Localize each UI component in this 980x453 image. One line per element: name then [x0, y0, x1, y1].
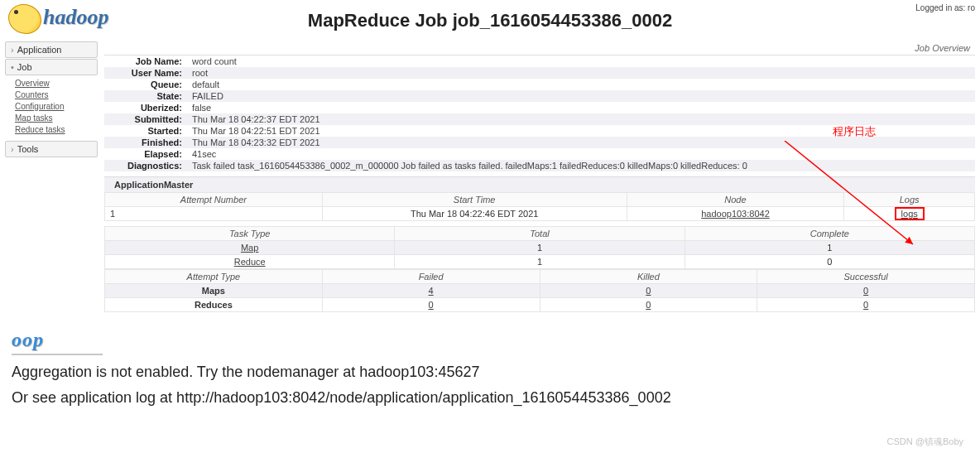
kv-val: Thu Mar 18 04:22:51 EDT 2021 — [187, 125, 975, 137]
sidebar-link-counters[interactable]: Counters — [15, 89, 98, 101]
att-row-reduces: Reduces 0 0 0 — [105, 298, 975, 312]
task-row-map: Map 1 1 — [105, 241, 975, 255]
task-map-link[interactable]: Map — [241, 243, 258, 253]
task-reduce-total: 1 — [395, 255, 685, 269]
kv-key: Started: — [104, 125, 187, 137]
kv-key: Job Name: — [104, 55, 187, 67]
am-start: Thu Mar 18 04:22:46 EDT 2021 — [322, 207, 627, 221]
att-h-type: Attempt Type — [105, 270, 323, 284]
sidebar-label: Job — [17, 62, 32, 72]
sidebar-link-configuration[interactable]: Configuration — [15, 101, 98, 113]
kv-key: Diagnostics: — [104, 160, 187, 171]
sidebar-link-overview[interactable]: Overview — [15, 78, 98, 89]
attempt-table: Attempt Type Failed Killed Successful Ma… — [104, 269, 975, 312]
task-h-type: Task Type — [105, 227, 395, 241]
overview-title: Job Overview — [104, 41, 975, 55]
att-maps-label: Maps — [105, 284, 323, 298]
sidebar-section-tools[interactable]: Tools — [5, 141, 98, 157]
kv-key: Elapsed: — [104, 148, 187, 160]
att-h-killed: Killed — [540, 270, 757, 284]
kv-val: FAILED — [187, 90, 975, 102]
att-h-failed: Failed — [322, 270, 540, 284]
am-node-link[interactable]: hadoop103:8042 — [701, 209, 770, 219]
kv-val: Thu Mar 18 04:22:37 EDT 2021 — [187, 113, 975, 125]
am-h-attempt: Attempt Number — [105, 193, 323, 207]
am-logs-link[interactable]: logs — [901, 209, 918, 219]
att-reduces-label: Reduces — [105, 298, 323, 312]
am-h-node: Node — [627, 193, 844, 207]
kv-val: default — [187, 79, 975, 90]
kv-key: Submitted: — [104, 113, 187, 125]
sidebar-link-reduce-tasks[interactable]: Reduce tasks — [15, 124, 98, 136]
kv-val: Thu Mar 18 04:23:32 EDT 2021 — [187, 137, 975, 148]
fragment-panel: oop Aggregation is not enabled. Try the … — [0, 337, 980, 423]
fragment-line1: Aggregation is not enabled. Try the node… — [12, 364, 968, 381]
page-title: MapReduce Job job_1616054453386_0002 — [0, 0, 980, 31]
task-h-complete: Complete — [685, 227, 974, 241]
task-h-total: Total — [395, 227, 685, 241]
kv-val: word count — [187, 55, 975, 67]
am-attempt: 1 — [105, 207, 323, 221]
kv-val: 41sec — [187, 148, 975, 160]
kv-key: Finished: — [104, 137, 187, 148]
sidebar-section-job[interactable]: Job — [5, 59, 98, 75]
hadoop-logo: hadoop — [8, 4, 108, 34]
kv-key: User Name: — [104, 67, 187, 79]
am-title: ApplicationMaster — [104, 176, 975, 192]
sidebar-label: Application — [17, 45, 62, 55]
kv-val: Task failed task_1616054453386_0002_m_00… — [187, 160, 975, 171]
task-table: Task Type Total Complete Map 1 1 Reduce … — [104, 226, 975, 269]
am-table: Attempt Number Start Time Node Logs 1 Th… — [104, 192, 975, 221]
sidebar: Application Job Overview Counters Config… — [5, 41, 98, 312]
task-map-complete: 1 — [685, 241, 974, 255]
am-row: 1 Thu Mar 18 04:22:46 EDT 2021 hadoop103… — [105, 207, 975, 221]
task-map-total: 1 — [395, 241, 685, 255]
att-reduces-failed[interactable]: 0 — [429, 300, 434, 310]
att-reduces-success[interactable]: 0 — [863, 300, 868, 310]
att-reduces-killed[interactable]: 0 — [646, 300, 651, 310]
am-h-logs: Logs — [844, 193, 975, 207]
fragment-line2: Or see application log at http://hadoop1… — [12, 389, 968, 407]
am-h-start: Start Time — [322, 193, 627, 207]
kv-val: false — [187, 102, 975, 113]
task-reduce-complete: 0 — [685, 255, 974, 269]
att-row-maps: Maps 4 0 0 — [105, 284, 975, 298]
kv-key: State: — [104, 90, 187, 102]
att-maps-failed[interactable]: 4 — [429, 286, 434, 296]
fragment-logo: oop — [12, 337, 103, 355]
kv-key: Uberized: — [104, 102, 187, 113]
sidebar-link-map-tasks[interactable]: Map tasks — [15, 113, 98, 124]
att-h-success: Successful — [757, 270, 975, 284]
kv-val: root — [187, 67, 975, 79]
att-maps-killed[interactable]: 0 — [646, 286, 651, 296]
task-row-reduce: Reduce 1 0 — [105, 255, 975, 269]
task-reduce-link[interactable]: Reduce — [234, 257, 266, 267]
job-overview-table: Job Name:word count User Name:root Queue… — [104, 55, 975, 171]
kv-key: Queue: — [104, 79, 187, 90]
sidebar-section-application[interactable]: Application — [5, 41, 98, 58]
sidebar-label: Tools — [17, 144, 39, 154]
att-maps-success[interactable]: 0 — [863, 286, 868, 296]
login-status: Logged in as: ro — [915, 3, 975, 12]
